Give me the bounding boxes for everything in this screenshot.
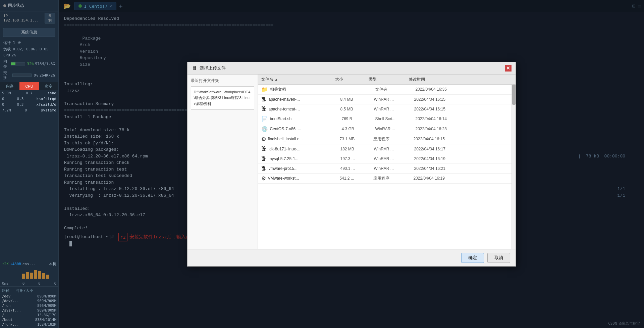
proc-cpu: 0.7 <box>26 91 33 95</box>
mem-progress-bar <box>11 62 25 65</box>
file-name-cell: vmware-pro15... <box>269 166 340 171</box>
file-name-cell: finalshell_install.e... <box>268 137 340 141</box>
file-name-cell: apache-maven-... <box>269 97 340 102</box>
swap-row: 交换 0% 264K/2G <box>0 69 58 81</box>
dialog-title-text: 选择上传文件 <box>200 65 502 71</box>
proc-row-ksoftirqd: 0 0.3 ksoftirqd <box>0 96 58 102</box>
cpu-value: 2% <box>11 53 16 57</box>
file-icon: 🗜 <box>261 166 267 172</box>
file-name-cell: CentOS-7-x86_... <box>270 127 342 131</box>
svg-rect-1 <box>26 272 29 279</box>
cancel-button[interactable]: 取消 <box>487 253 510 263</box>
file-name-cell: VMware-workst... <box>268 176 340 181</box>
proc-cpu: 0.3 <box>17 97 24 101</box>
file-size-cell: 8.5 MB <box>340 107 374 111</box>
dialog-left-panel: 最近打开文件夹 D:\WorkSoftware_Workplace\IDEA\瑞… <box>187 75 258 249</box>
proc-name: sshd <box>48 91 57 95</box>
recent-path[interactable]: D:\WorkSoftware_Workplace\IDEA\瑞吉外卖-资料\3… <box>191 86 254 110</box>
svg-rect-3 <box>34 270 37 279</box>
cpu-label: CPU <box>3 53 10 57</box>
file-date-cell: 2022/04/04 16:17 <box>414 147 508 151</box>
proc-size: 7.2M <box>2 108 11 112</box>
net-stats: 0ms 0 0 0 <box>0 281 58 286</box>
file-type-cell: WinRAR ... <box>374 156 414 161</box>
net-label: 本机 <box>49 262 56 267</box>
process-list: 5.9M 0.7 sshd 0 0.3 ksoftirqd 0 0.3 xfsa… <box>0 90 58 260</box>
file-row[interactable]: 🗜 vmware-pro15... 490.1 ... WinRAR ... 2… <box>258 164 512 174</box>
file-size-cell: 4.3 GB <box>342 127 375 131</box>
file-row[interactable]: 🗜 apache-tomcat-... 8.5 MB WinRAR ... 20… <box>258 104 512 114</box>
file-row[interactable]: 🗜 jdk-8u171-linux-... 182 MB WinRAR ... … <box>258 144 512 154</box>
file-type-header[interactable]: 类型 <box>369 77 409 82</box>
file-date-header[interactable]: 修改时间 <box>409 77 512 82</box>
mem-percent: 32% <box>27 62 34 66</box>
cpu-row: CPU 2% <box>0 52 58 58</box>
sidebar: 同步状态 IP 192.168.154.1... 复制 系统信息 运行 1 天 … <box>0 0 59 328</box>
proc-row-systemd: 7.2M 0 systemd <box>0 107 58 113</box>
file-type-cell: WinRAR ... <box>374 166 414 171</box>
file-row[interactable]: ⚙ finalshell_install.e... 73.1 MB 应用程序 2… <box>258 134 512 144</box>
file-icon: ⚙ <box>261 136 266 142</box>
sort-arrow-icon: ▲ <box>275 78 278 81</box>
proc-size: 5.9M <box>2 91 11 95</box>
file-date-cell: 2022/04/04 16:19 <box>414 156 508 161</box>
disk-row-run2: /run/... 182M/182M <box>2 322 56 327</box>
ip-bar: IP 192.168.154.1... 复制 <box>0 11 58 25</box>
file-name-cell: mysql-5.7.25-1... <box>269 156 340 161</box>
file-date-cell: 2022/04/04 16:19 <box>414 176 508 181</box>
file-row[interactable]: 💿 CentOS-7-x86_... 4.3 GB WinRAR ... 202… <box>258 124 512 134</box>
file-size-cell: 541.2 ... <box>340 176 373 181</box>
sparkline-area <box>0 268 58 281</box>
net-interface: ens... <box>22 262 36 266</box>
tab-memory[interactable]: 内存 <box>0 82 19 90</box>
disk-row-sysf: /sys/f... 909M/909M <box>2 308 56 313</box>
file-type-cell: WinRAR ... <box>375 127 416 131</box>
load-row: 负载 0.02, 0.06, 0.05 <box>0 46 58 52</box>
monitor-tabs: 内存 CPU 命令 <box>0 82 58 90</box>
file-date-cell: 2022/04/04 16:21 <box>414 166 508 171</box>
file-type-cell: WinRAR ... <box>374 147 414 151</box>
svg-rect-2 <box>30 273 33 279</box>
sync-status-bar: 同步状态 <box>0 0 58 11</box>
proc-name: xfsaild/d <box>36 102 56 107</box>
file-type-cell: 应用程序 <box>373 136 414 142</box>
uptime-row: 运行 1 天 <box>0 40 58 46</box>
file-row[interactable]: 🗜 apache-maven-... 8.4 MB WinRAR ... 202… <box>258 95 512 104</box>
disk-header: 路径 可用/大小 <box>2 288 56 293</box>
proc-size: 0 <box>2 97 4 101</box>
file-icon: 🗜 <box>261 156 267 162</box>
file-size-cell: 197.3 ... <box>340 156 374 161</box>
file-type-cell: 应用程序 <box>373 176 414 181</box>
proc-cpu: 0.3 <box>17 102 24 107</box>
file-type-cell: Shell Scri... <box>375 116 416 121</box>
confirm-button[interactable]: 确定 <box>461 253 484 263</box>
file-row[interactable]: 📁 相关文档 文件夹 2022/04/04 16:35 <box>258 85 512 95</box>
file-date-cell: 2022/04/04 16:15 <box>414 137 508 141</box>
disk-usage-header: 可用/大小 <box>16 288 33 293</box>
copy-ip-button[interactable]: 复制 <box>45 13 55 24</box>
file-size-header[interactable]: 大小 <box>335 77 369 82</box>
upload-dialog: 🖥 选择上传文件 ✕ 最近打开文件夹 D:\WorkSoftware_Workp… <box>187 62 516 267</box>
sync-dot-icon <box>3 4 6 7</box>
scroll-track[interactable] <box>512 85 516 249</box>
network-row: ↑2K ↓480B ens... 本机 <box>0 260 58 268</box>
file-row[interactable]: 🗜 mysql-5.7.25-1... 197.3 ... WinRAR ...… <box>258 154 512 164</box>
download-icon: ↓480B <box>10 262 21 266</box>
scroll-thumb[interactable] <box>512 85 516 105</box>
file-size-cell: 8.4 MB <box>340 97 374 102</box>
swap-percent: 0% <box>34 73 38 78</box>
file-row[interactable]: 📄 bootStart.sh 769 B Shell Scri... 2022/… <box>258 114 512 124</box>
svg-rect-4 <box>38 271 41 279</box>
file-size-cell: 73.1 MB <box>340 137 373 141</box>
system-info-button[interactable]: 系统信息 <box>3 28 56 37</box>
tab-cpu[interactable]: CPU <box>19 82 39 90</box>
file-table-header: 文件名 ▲ 大小 类型 修改时间 <box>258 75 516 85</box>
tab-command[interactable]: 命令 <box>39 82 58 90</box>
file-name-header[interactable]: 文件名 ▲ <box>261 77 335 82</box>
file-date-cell: 2022/04/04 16:15 <box>414 107 508 111</box>
proc-row-xfsaild: 0 0.3 xfsaild/d <box>0 102 58 107</box>
disk-row-dev2: /dev/... 909M/909M <box>2 298 56 303</box>
file-row[interactable]: ⚙ VMware-workst... 541.2 ... 应用程序 2022/0… <box>258 174 512 184</box>
dialog-close-button[interactable]: ✕ <box>505 65 512 72</box>
dialog-right-panel: 文件名 ▲ 大小 类型 修改时间 <box>258 75 516 249</box>
